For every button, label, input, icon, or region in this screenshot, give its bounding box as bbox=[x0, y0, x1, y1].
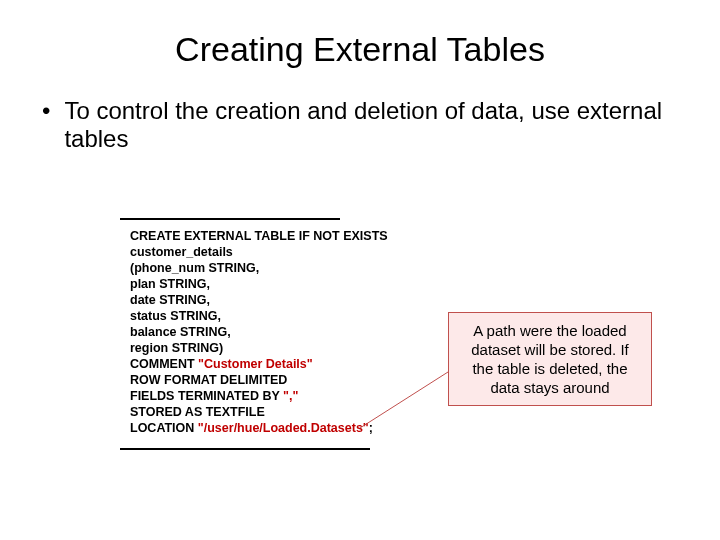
code-line: region STRING) bbox=[130, 340, 388, 356]
code-line: customer_details bbox=[130, 244, 388, 260]
bullet-marker: • bbox=[42, 97, 50, 125]
sql-code-block: CREATE EXTERNAL TABLE IF NOT EXISTS cust… bbox=[130, 228, 388, 436]
code-line: status STRING, bbox=[130, 308, 388, 324]
divider-top bbox=[120, 218, 340, 220]
bullet-text: To control the creation and deletion of … bbox=[64, 97, 680, 153]
code-line: CREATE EXTERNAL TABLE IF NOT EXISTS bbox=[130, 228, 388, 244]
code-line: ROW FORMAT DELIMITED bbox=[130, 372, 388, 388]
code-line: (phone_num STRING, bbox=[130, 260, 388, 276]
code-line: date STRING, bbox=[130, 292, 388, 308]
divider-bottom bbox=[120, 448, 370, 450]
code-line: COMMENT "Customer Details" bbox=[130, 356, 388, 372]
bullet-item: • To control the creation and deletion o… bbox=[0, 97, 720, 153]
callout-box: A path were the loaded dataset will be s… bbox=[448, 312, 652, 406]
code-line: LOCATION "/user/hue/Loaded.Datasets"; bbox=[130, 420, 388, 436]
code-line: STORED AS TEXTFILE bbox=[130, 404, 388, 420]
code-line: balance STRING, bbox=[130, 324, 388, 340]
code-line: FIELDS TERMINATED BY "," bbox=[130, 388, 388, 404]
code-line: plan STRING, bbox=[130, 276, 388, 292]
slide-title: Creating External Tables bbox=[0, 0, 720, 97]
